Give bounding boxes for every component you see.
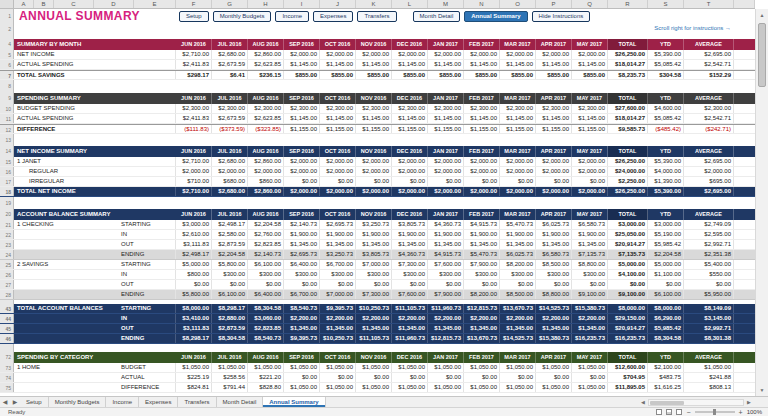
cell[interactable]: $5,400.00: [684, 260, 734, 269]
cell[interactable]: $1,145.00: [572, 60, 608, 69]
cell-filler[interactable]: [734, 280, 755, 289]
row-number[interactable]: 4: [0, 39, 14, 50]
row-label[interactable]: DIFFERENCE: [14, 125, 119, 133]
row-sublabel[interactable]: DIFFERENCE: [119, 383, 176, 392]
row-label[interactable]: ACTUAL SPENDING: [14, 60, 119, 69]
hscroll-left-icon[interactable]: ◀: [638, 399, 648, 405]
cell[interactable]: $2,000.00: [572, 187, 608, 196]
cell[interactable]: $2,200.00: [428, 314, 464, 323]
cell[interactable]: $2,300.00: [464, 104, 500, 113]
cell[interactable]: $6,025.73: [536, 220, 572, 229]
cell[interactable]: $2,300.00: [500, 104, 536, 113]
cell[interactable]: $1,050.00: [392, 383, 428, 392]
cell-filler[interactable]: [734, 304, 755, 313]
row-sublabel[interactable]: ACTUAL: [119, 373, 176, 382]
cell[interactable]: $16,235.73: [572, 334, 608, 343]
cell[interactable]: $4,100.00: [608, 270, 648, 279]
cell[interactable]: $855.00: [320, 71, 356, 79]
cell[interactable]: $7,600.00: [428, 260, 464, 269]
cell[interactable]: $8,540.73: [248, 334, 284, 343]
cell[interactable]: $1,900.00: [320, 230, 356, 239]
average-header[interactable]: AVERAGE: [684, 39, 734, 50]
scroll-up-icon[interactable]: ▲: [756, 9, 768, 21]
cell[interactable]: $300.00: [464, 270, 500, 279]
cell[interactable]: $2,200.00: [572, 314, 608, 323]
cell[interactable]: $1,345.00: [572, 324, 608, 333]
cell[interactable]: $1,050.00: [356, 363, 392, 372]
page-break-view-icon[interactable]: [676, 409, 682, 415]
cell-filler[interactable]: [734, 60, 755, 69]
cell[interactable]: $0.00: [500, 177, 536, 186]
cell[interactable]: $0.00: [284, 373, 320, 382]
cell[interactable]: $0.00: [428, 177, 464, 186]
cell[interactable]: $4,360.73: [392, 250, 428, 259]
month-header[interactable]: AUG 2016: [248, 39, 284, 50]
hscroll-right-icon[interactable]: ▶: [744, 399, 754, 405]
cell[interactable]: $2,000.00: [284, 50, 320, 59]
cell[interactable]: $9,585.73: [608, 125, 648, 133]
column-header-F[interactable]: F: [176, 0, 212, 8]
cell[interactable]: $1,345.00: [428, 240, 464, 249]
row-number[interactable]: 28: [0, 290, 14, 299]
select-all-corner[interactable]: [0, 0, 14, 8]
month-header[interactable]: APR 2017: [536, 146, 572, 157]
cell[interactable]: $1,900.00: [356, 230, 392, 239]
month-header[interactable]: NOV 2016: [356, 352, 392, 363]
cell[interactable]: $1,050.00: [536, 363, 572, 372]
row-label[interactable]: TOTAL SAVINGS: [14, 71, 119, 79]
cell[interactable]: $18,014.27: [608, 114, 648, 123]
cell[interactable]: $300.00: [392, 270, 428, 279]
cell[interactable]: $6,025.73: [500, 250, 536, 259]
cell[interactable]: $6,700.00: [320, 260, 356, 269]
cell[interactable]: $2,623.85: [248, 114, 284, 123]
cell[interactable]: $2,140.73: [248, 250, 284, 259]
nav-button-annual-summary[interactable]: Annual Summary: [464, 11, 527, 22]
row-number[interactable]: 1: [0, 9, 14, 23]
cell[interactable]: $7,300.00: [356, 290, 392, 299]
row-number[interactable]: 19: [0, 197, 14, 209]
cell[interactable]: $1,155.00: [428, 125, 464, 133]
cell[interactable]: $3,250.73: [320, 250, 356, 259]
cell[interactable]: $11,895.05: [608, 383, 648, 392]
cell[interactable]: $2,300.00: [428, 104, 464, 113]
cell[interactable]: $2,710.00: [176, 187, 212, 196]
cell[interactable]: $1,345.00: [428, 324, 464, 333]
cell[interactable]: $6,580.73: [572, 220, 608, 229]
cell[interactable]: $5,000.00: [176, 260, 212, 269]
cell[interactable]: $1,050.00: [572, 383, 608, 392]
nav-button-setup[interactable]: Setup: [179, 11, 209, 22]
cell[interactable]: $5,085.42: [648, 60, 684, 69]
cell[interactable]: $5,190.00: [648, 230, 684, 239]
cell[interactable]: $2,000.00: [320, 50, 356, 59]
cell[interactable]: $11,960.73: [428, 304, 464, 313]
cell[interactable]: $0.00: [392, 177, 428, 186]
month-header[interactable]: JUL 2016: [212, 93, 248, 104]
row-number[interactable]: 18: [0, 187, 14, 196]
cell[interactable]: $298.17: [176, 71, 212, 79]
row-label[interactable]: ACTUAL SPENDING: [14, 114, 119, 123]
cell[interactable]: $2,000.00: [284, 187, 320, 196]
row-number[interactable]: 8: [0, 80, 14, 93]
column-header-T[interactable]: T: [684, 0, 734, 8]
month-header[interactable]: JAN 2017: [428, 146, 464, 157]
cell[interactable]: $1,145.00: [284, 114, 320, 123]
cell-filler[interactable]: [734, 260, 755, 269]
cell[interactable]: $1,145.00: [428, 60, 464, 69]
cell[interactable]: $6,400.00: [248, 290, 284, 299]
month-header[interactable]: FEB 2017: [464, 146, 500, 157]
row-number[interactable]: 14: [0, 146, 14, 157]
cell[interactable]: $1,050.00: [284, 363, 320, 372]
cell-filler[interactable]: [734, 363, 755, 372]
cell[interactable]: $0.00: [572, 280, 608, 289]
cell[interactable]: $808.13: [684, 383, 734, 392]
row-number[interactable]: 6: [0, 60, 14, 69]
cell[interactable]: $0.00: [500, 373, 536, 382]
cell[interactable]: $1,050.00: [284, 383, 320, 392]
month-header[interactable]: MAY 2017: [572, 146, 608, 157]
sheet-tab-transfers[interactable]: Transfers: [178, 397, 216, 407]
cell[interactable]: $4,915.73: [428, 250, 464, 259]
cell[interactable]: $300.00: [212, 270, 248, 279]
cell[interactable]: $1,050.00: [464, 383, 500, 392]
cell[interactable]: $1,900.00: [464, 230, 500, 239]
cell[interactable]: $1,345.00: [536, 240, 572, 249]
